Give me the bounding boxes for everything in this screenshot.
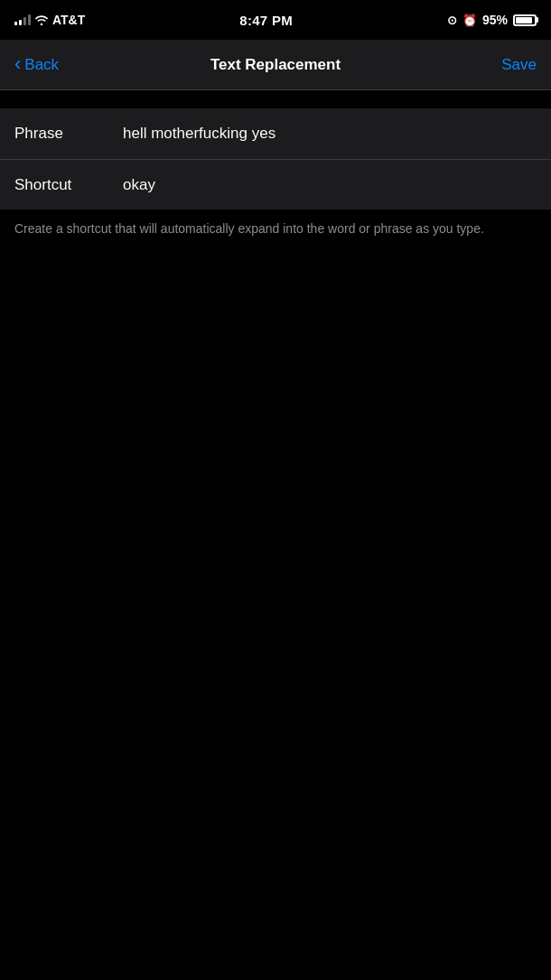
back-label: Back [24,56,59,74]
status-bar: AT&T 8:47 PM ⊙ ⏰ 95% [0,0,551,40]
signal-bar-4 [28,14,31,25]
status-left: AT&T [14,13,85,27]
battery-fill [516,17,532,23]
battery-icon [513,14,537,26]
page-title: Text Replacement [210,56,341,74]
alarm-icon: ⏰ [462,14,477,27]
battery-container [513,14,537,26]
signal-bar-2 [19,20,22,25]
nav-bar-wrapper: ‹ Back Text Replacement Save [0,40,551,90]
wifi-icon [34,14,49,25]
helper-text: Create a shortcut that will automaticall… [0,210,551,249]
back-button[interactable]: ‹ Back [14,55,59,74]
shortcut-label: Shortcut [14,176,123,194]
phrase-row: Phrase [0,108,551,159]
save-button[interactable]: Save [501,56,537,74]
signal-bar-1 [14,22,17,25]
carrier-label: AT&T [52,13,85,27]
screen-record-icon: ⊙ [447,14,457,27]
form-section: Phrase Shortcut [0,108,551,210]
nav-bar: ‹ Back Text Replacement Save [0,40,551,90]
phrase-label: Phrase [14,125,123,143]
shortcut-input[interactable] [123,176,537,194]
battery-percent-label: 95% [482,13,508,27]
status-right: ⊙ ⏰ 95% [447,13,537,27]
signal-bar-3 [23,17,26,25]
signal-bars-icon [14,14,31,25]
phrase-input[interactable] [123,125,537,143]
back-chevron-icon: ‹ [14,54,21,74]
shortcut-row: Shortcut [0,159,551,210]
status-time: 8:47 PM [239,13,293,28]
